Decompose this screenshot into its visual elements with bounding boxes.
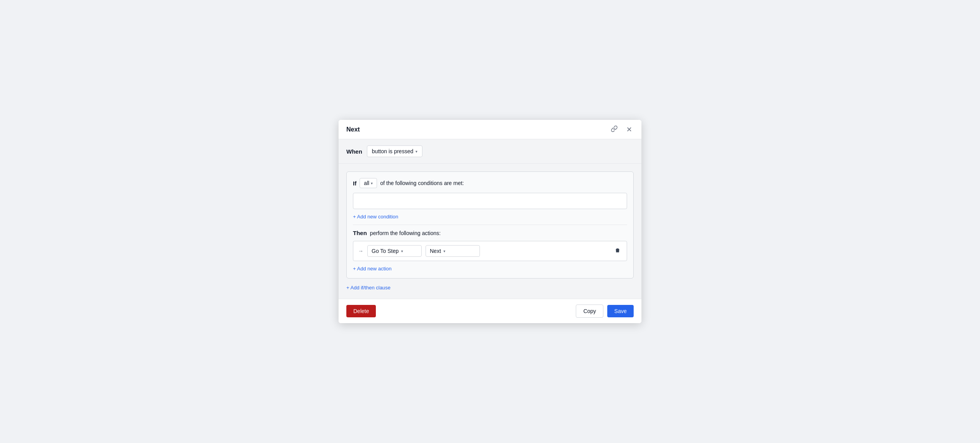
when-section: When button is pressed ▾ xyxy=(339,139,641,164)
modal-footer: Delete Copy Save xyxy=(339,299,641,323)
trash-icon xyxy=(615,248,620,254)
add-clause-button[interactable]: + Add if/then clause xyxy=(346,285,391,291)
add-condition-button[interactable]: + Add new condition xyxy=(353,214,398,220)
add-action-button[interactable]: + Add new action xyxy=(353,266,391,272)
add-condition-label: + Add new condition xyxy=(353,214,398,220)
footer-right: Copy Save xyxy=(576,305,634,318)
modal-header: Next ✕ xyxy=(339,120,641,139)
step-dropdown[interactable]: Next ▾ xyxy=(426,245,480,257)
action-chevron-icon: ▾ xyxy=(401,249,403,253)
copy-label: Copy xyxy=(583,308,596,314)
all-dropdown[interactable]: all ▾ xyxy=(360,178,377,188)
link-icon xyxy=(611,125,618,133)
then-label: Then xyxy=(353,230,367,236)
condition-text: of the following conditions are met: xyxy=(380,180,464,186)
save-button[interactable]: Save xyxy=(607,305,634,317)
close-icon: ✕ xyxy=(626,126,632,133)
close-button[interactable]: ✕ xyxy=(625,125,634,134)
when-chevron-icon: ▾ xyxy=(415,149,417,154)
modal: Next ✕ When button is pressed ▾ xyxy=(339,120,641,323)
when-trigger-value: button is pressed xyxy=(372,148,414,154)
condition-input-area[interactable] xyxy=(353,193,627,209)
add-clause-row: + Add if/then clause xyxy=(346,284,634,291)
all-value: all xyxy=(364,180,369,186)
delete-action-button[interactable] xyxy=(613,246,622,256)
step-dropdown-value: Next xyxy=(430,248,441,254)
all-chevron-icon: ▾ xyxy=(371,181,373,185)
add-action-label: + Add new action xyxy=(353,266,391,272)
clause-box: If all ▾ of the following conditions are… xyxy=(346,171,634,279)
action-dropdown-value: Go To Step xyxy=(372,248,399,254)
if-label: If xyxy=(353,180,356,187)
step-chevron-icon: ▾ xyxy=(443,249,445,253)
arrow-icon: → xyxy=(358,248,363,254)
then-row: Then perform the following actions: xyxy=(353,230,627,236)
copy-button[interactable]: Copy xyxy=(576,305,603,318)
go-to-step-dropdown[interactable]: Go To Step ▾ xyxy=(367,245,422,257)
link-icon-button[interactable] xyxy=(609,125,619,134)
then-text: perform the following actions: xyxy=(370,230,441,236)
action-row: → Go To Step ▾ Next ▾ xyxy=(353,241,627,261)
divider xyxy=(353,225,627,225)
save-label: Save xyxy=(614,308,627,314)
add-clause-label: + Add if/then clause xyxy=(346,285,391,291)
delete-button[interactable]: Delete xyxy=(346,305,376,317)
modal-title: Next xyxy=(346,126,360,133)
if-row: If all ▾ of the following conditions are… xyxy=(353,178,627,188)
header-icons: ✕ xyxy=(609,125,634,134)
delete-label: Delete xyxy=(353,308,369,314)
modal-body: If all ▾ of the following conditions are… xyxy=(339,164,641,299)
when-trigger-dropdown[interactable]: button is pressed ▾ xyxy=(367,145,423,157)
when-label: When xyxy=(346,148,362,155)
